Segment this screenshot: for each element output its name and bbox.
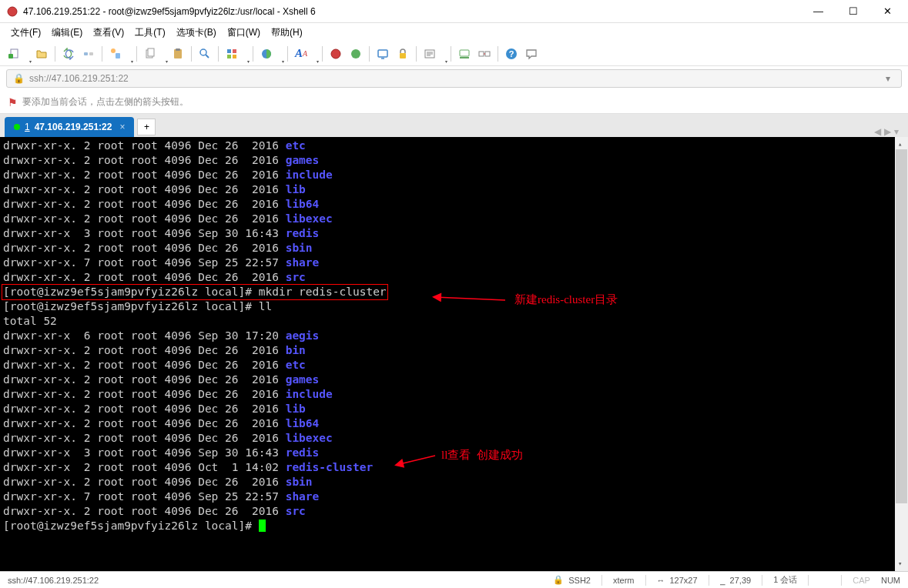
- toolbar-separator: [191, 46, 192, 62]
- tab-session-1[interactable]: 1 47.106.219.251:22 ×: [5, 117, 134, 137]
- feedback-button[interactable]: [522, 45, 541, 63]
- status-left: ssh://47.106.219.251:22: [8, 576, 542, 585]
- tab-prev-icon[interactable]: ◀: [874, 126, 881, 137]
- font-button[interactable]: AA▾: [292, 45, 318, 63]
- tab-close-icon[interactable]: ×: [119, 122, 125, 132]
- svg-line-35: [397, 456, 435, 465]
- flag-icon: ⚑: [8, 96, 18, 109]
- scrollbar-thumb[interactable]: [896, 149, 907, 503]
- svg-rect-2: [8, 54, 13, 58]
- svg-point-18: [331, 49, 340, 58]
- svg-rect-3: [84, 52, 88, 55]
- svg-rect-22: [400, 53, 406, 58]
- lock-icon: 🔒: [553, 575, 564, 585]
- menu-window[interactable]: 窗口(W): [223, 24, 265, 42]
- close-button[interactable]: ✕: [870, 0, 905, 22]
- status-separator: [709, 575, 709, 586]
- tab-next-icon[interactable]: ▶: [884, 126, 891, 137]
- annotation-mkdir: 新建redis-cluster目录: [514, 292, 618, 307]
- help-button[interactable]: ?: [502, 45, 521, 63]
- menu-view[interactable]: 查看(V): [89, 24, 129, 42]
- menu-tabs[interactable]: 选项卡(B): [172, 24, 221, 42]
- copy-button[interactable]: ▾: [141, 45, 167, 63]
- menu-help[interactable]: 帮助(H): [266, 24, 307, 42]
- app-icon: [6, 5, 18, 18]
- svg-rect-28: [460, 57, 469, 58]
- menu-edit[interactable]: 编辑(E): [47, 24, 87, 42]
- status-cap: CAP: [853, 576, 870, 585]
- toolbar-separator: [416, 46, 417, 62]
- terminal-scrollbar[interactable]: [895, 137, 908, 571]
- status-separator: [808, 575, 809, 586]
- highlight-button[interactable]: ▾: [420, 45, 447, 63]
- svg-rect-10: [176, 48, 180, 51]
- address-input[interactable]: 🔒 ssh://47.106.219.251:22 ▾: [6, 69, 902, 88]
- tabs-bar: 1 47.106.219.251:22 × + ◀ ▶ ▾: [0, 114, 908, 137]
- paste-button[interactable]: [169, 45, 187, 63]
- status-num: NUM: [881, 576, 900, 585]
- status-ssh: 🔒SSH2: [553, 575, 591, 585]
- properties-button[interactable]: ▾: [106, 45, 132, 63]
- svg-line-34: [434, 297, 505, 300]
- terminal-pane[interactable]: drwxr-xr-x. 2 root root 4096 Dec 26 2016…: [0, 137, 908, 571]
- svg-rect-29: [479, 52, 484, 56]
- svg-rect-6: [116, 53, 120, 58]
- toolbar-separator: [287, 46, 288, 62]
- svg-text:?: ?: [509, 49, 514, 58]
- connection-status-icon: [14, 124, 20, 130]
- address-text: ssh://47.106.219.251:22: [29, 73, 129, 84]
- lock-icon: 🔒: [13, 73, 25, 84]
- toolbar-separator: [451, 46, 451, 62]
- maximize-button[interactable]: ☐: [836, 0, 870, 22]
- color-scheme-button[interactable]: ▾: [257, 45, 283, 63]
- svg-line-12: [206, 55, 209, 58]
- size-icon: ↔: [657, 576, 665, 585]
- status-sessions: 1 会话: [773, 574, 797, 586]
- svg-rect-16: [233, 55, 236, 58]
- status-term: xterm: [613, 576, 635, 585]
- xshell-icon[interactable]: [327, 45, 345, 63]
- svg-point-19: [351, 49, 360, 58]
- svg-rect-8: [148, 48, 154, 56]
- tab-number: 1: [25, 122, 30, 132]
- find-button[interactable]: [196, 45, 214, 63]
- toolbar-separator: [136, 46, 137, 62]
- menu-tools[interactable]: 工具(T): [130, 24, 169, 42]
- tab-label: 47.106.219.251:22: [35, 122, 112, 132]
- status-pos: ⎯27,39: [720, 576, 752, 585]
- new-session-button[interactable]: ▾: [5, 45, 31, 63]
- reconnect-button[interactable]: [59, 45, 78, 63]
- xftp-button[interactable]: [347, 45, 365, 63]
- lock-button[interactable]: [394, 45, 412, 63]
- status-separator: [841, 575, 842, 586]
- menu-file[interactable]: 文件(F): [6, 24, 45, 42]
- tabs-nav: ◀ ▶ ▾: [874, 126, 903, 137]
- svg-rect-30: [485, 52, 490, 56]
- compose-bar-button[interactable]: [455, 45, 474, 63]
- window-buttons: — ☐ ✕: [801, 0, 905, 22]
- svg-rect-15: [227, 55, 231, 58]
- svg-point-0: [8, 7, 17, 16]
- svg-rect-14: [233, 49, 236, 53]
- address-bar-container: 🔒 ssh://47.106.219.251:22 ▾: [0, 66, 908, 91]
- svg-rect-27: [460, 50, 469, 56]
- tunneling-button[interactable]: [475, 45, 494, 63]
- tab-menu-icon[interactable]: ▾: [894, 126, 899, 137]
- toolbar-separator: [102, 46, 102, 62]
- toolbar-separator: [55, 46, 55, 62]
- address-dropdown-icon[interactable]: ▾: [881, 73, 895, 84]
- svg-rect-4: [89, 52, 93, 55]
- status-separator: [645, 575, 646, 586]
- pos-icon: ⎯: [720, 576, 725, 585]
- layout-button[interactable]: ▾: [223, 45, 249, 63]
- add-tab-button[interactable]: +: [137, 119, 156, 135]
- status-separator: [762, 575, 762, 586]
- open-session-button[interactable]: [32, 45, 51, 63]
- hint-bar: ⚑ 要添加当前会话，点击左侧的箭头按钮。: [0, 91, 908, 114]
- screen-button[interactable]: [374, 45, 392, 63]
- window-title: 47.106.219.251:22 - root@izwz9ef5sjam9pv…: [23, 6, 801, 17]
- toolbar: ▾ ▾ ▾ ▾ ▾ AA▾ ▾ ?: [0, 42, 908, 66]
- minimize-button[interactable]: —: [801, 0, 836, 22]
- disconnect-button[interactable]: [79, 45, 98, 63]
- hint-text: 要添加当前会话，点击左侧的箭头按钮。: [22, 95, 189, 109]
